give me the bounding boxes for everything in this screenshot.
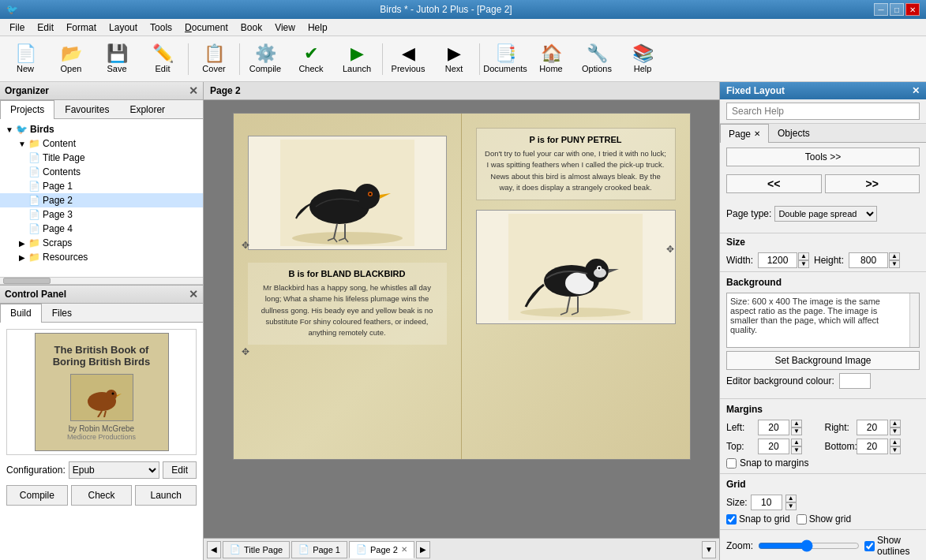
compile-action-button[interactable]: Compile xyxy=(6,485,68,506)
close-button[interactable]: ✕ xyxy=(905,3,920,16)
home-button[interactable]: 🏠 Home xyxy=(529,39,573,80)
width-spinner[interactable]: ▲ ▼ xyxy=(798,252,809,268)
documents-button[interactable]: 📑 Documents xyxy=(483,39,527,80)
menu-edit[interactable]: Edit xyxy=(31,21,60,35)
page-canvas[interactable]: ✥ xyxy=(233,113,691,460)
save-button[interactable]: 💾 Save xyxy=(95,39,139,80)
scraps-expander[interactable]: ▶ xyxy=(16,239,28,248)
cover-button[interactable]: 📋 Cover xyxy=(192,39,236,80)
snap-to-grid-checkbox[interactable] xyxy=(726,514,737,525)
grid-size-spinner[interactable]: ▲ ▼ xyxy=(785,495,797,510)
tab-favourites[interactable]: Favourites xyxy=(54,100,119,118)
launch-button[interactable]: ▶ Launch xyxy=(335,39,379,80)
new-button[interactable]: 📄 New xyxy=(3,39,47,80)
bg-scrollbar[interactable] xyxy=(909,293,919,347)
page-tab-title-page[interactable]: 📄 Title Page xyxy=(223,541,290,558)
grid-size-up[interactable]: ▲ xyxy=(785,495,797,502)
canvas-scroll[interactable]: ✥ xyxy=(204,100,719,538)
tree-expander[interactable]: ▼ xyxy=(3,125,16,134)
height-up[interactable]: ▲ xyxy=(889,252,900,260)
organizer-close-button[interactable]: ✕ xyxy=(189,84,198,97)
height-spinner[interactable]: ▲ ▼ xyxy=(889,252,900,268)
tree-page1[interactable]: 📄 Page 1 xyxy=(0,179,203,193)
config-select[interactable]: Epub xyxy=(69,461,160,479)
left-margin-input[interactable] xyxy=(758,420,789,435)
cp-tab-files[interactable]: Files xyxy=(42,304,82,322)
edit-button[interactable]: ✏️ Edit xyxy=(141,39,185,80)
menu-layout[interactable]: Layout xyxy=(103,21,144,35)
left-margin-spinner[interactable]: ▲ ▼ xyxy=(791,420,802,435)
right-margin-down[interactable]: ▼ xyxy=(890,427,901,435)
check-button[interactable]: ✔ Check xyxy=(289,39,333,80)
minimize-button[interactable]: ─ xyxy=(874,3,888,16)
show-outlines-checkbox[interactable] xyxy=(864,541,875,551)
tabs-scroll-down[interactable]: ▼ xyxy=(702,541,716,558)
tree-page3[interactable]: 📄 Page 3 xyxy=(0,207,203,222)
height-input[interactable] xyxy=(849,252,888,268)
bottom-margin-down[interactable]: ▼ xyxy=(890,446,901,454)
page-tab-page2[interactable]: 📄 Page 2 ✕ xyxy=(349,541,414,558)
move-handle-left[interactable]: ✥ xyxy=(242,240,249,251)
page-tab-close-button[interactable]: ✕ xyxy=(401,545,407,554)
width-input[interactable] xyxy=(758,252,797,268)
right-margin-input[interactable] xyxy=(857,420,888,435)
content-expander[interactable]: ▼ xyxy=(16,140,28,148)
tools-button[interactable]: Tools >> xyxy=(726,147,920,166)
launch-action-button[interactable]: Launch xyxy=(135,485,197,506)
tree-root-birds[interactable]: ▼ 🐦 Birds xyxy=(0,122,203,136)
check-action-button[interactable]: Check xyxy=(71,485,133,506)
next-page-button[interactable]: >> xyxy=(825,174,920,193)
move-handle-text-left[interactable]: ✥ xyxy=(242,346,249,357)
open-button[interactable]: 📂 Open xyxy=(49,39,93,80)
menu-view[interactable]: View xyxy=(268,21,302,35)
left-margin-down[interactable]: ▼ xyxy=(791,427,802,435)
right-margin-spinner[interactable]: ▲ ▼ xyxy=(890,420,901,435)
page-tab-page1[interactable]: 📄 Page 1 xyxy=(291,541,347,558)
width-down[interactable]: ▼ xyxy=(798,260,809,268)
left-margin-up[interactable]: ▲ xyxy=(791,420,802,427)
top-margin-spinner[interactable]: ▲ ▼ xyxy=(791,439,802,454)
tabs-prev-arrow[interactable]: ◀ xyxy=(207,541,221,558)
top-margin-down[interactable]: ▼ xyxy=(791,446,802,454)
tree-resources[interactable]: ▶ 📁 Resources xyxy=(0,250,203,264)
tree-page4[interactable]: 📄 Page 4 xyxy=(0,222,203,236)
page-type-select[interactable]: Double page spread Single page Custom xyxy=(774,206,877,222)
next-button[interactable]: ▶ Next xyxy=(432,39,476,80)
menu-help[interactable]: Help xyxy=(302,21,334,35)
options-button[interactable]: 🔧 Options xyxy=(575,39,619,80)
right-margin-up[interactable]: ▲ xyxy=(890,420,901,427)
tree-contents[interactable]: 📄 Contents xyxy=(0,165,203,179)
snap-to-margins-checkbox[interactable] xyxy=(726,458,737,469)
menu-file[interactable]: File xyxy=(3,21,31,35)
menu-book[interactable]: Book xyxy=(234,21,268,35)
bottom-margin-spinner[interactable]: ▲ ▼ xyxy=(890,439,901,454)
zoom-slider[interactable] xyxy=(758,539,860,552)
search-input[interactable] xyxy=(726,103,920,120)
prev-page-button[interactable]: << xyxy=(726,174,822,193)
set-background-image-button[interactable]: Set Background Image xyxy=(726,351,920,370)
help-button[interactable]: 📚 Help xyxy=(620,39,665,80)
resources-expander[interactable]: ▶ xyxy=(16,253,28,262)
tree-scraps[interactable]: ▶ 📁 Scraps xyxy=(0,236,203,250)
move-handle-right[interactable]: ✥ xyxy=(666,244,674,255)
width-up[interactable]: ▲ xyxy=(798,252,809,260)
show-grid-checkbox[interactable] xyxy=(797,514,807,525)
bottom-margin-input[interactable] xyxy=(857,439,888,454)
tree-page2[interactable]: 📄 Page 2 xyxy=(0,193,203,207)
compile-button[interactable]: ⚙️ Compile xyxy=(243,39,287,80)
menu-tools[interactable]: Tools xyxy=(144,21,178,35)
config-edit-button[interactable]: Edit xyxy=(163,461,197,479)
editor-bg-color-picker[interactable] xyxy=(839,373,871,389)
blackbird-frame[interactable] xyxy=(248,136,447,250)
top-margin-up[interactable]: ▲ xyxy=(791,439,802,446)
rp-tab-page[interactable]: Page ✕ xyxy=(720,124,769,143)
height-down[interactable]: ▼ xyxy=(889,260,900,268)
tab-projects[interactable]: Projects xyxy=(0,100,54,119)
top-margin-input[interactable] xyxy=(758,439,789,454)
rp-tab-objects[interactable]: Objects xyxy=(769,124,819,142)
tree-content[interactable]: ▼ 📁 Content xyxy=(0,136,203,151)
petrel-frame[interactable] xyxy=(476,210,676,324)
fixed-layout-close[interactable]: ✕ xyxy=(912,85,920,96)
cp-tab-build[interactable]: Build xyxy=(0,304,42,323)
menu-document[interactable]: Document xyxy=(178,21,234,35)
